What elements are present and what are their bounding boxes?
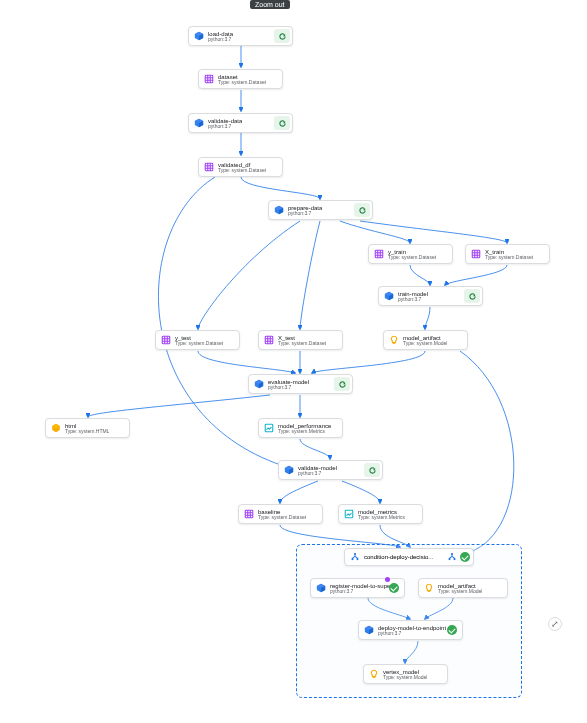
- cube-icon: [194, 118, 204, 128]
- node-subtitle: python:3.7: [208, 37, 233, 42]
- grid-icon: [244, 509, 254, 519]
- node-subtitle: Type: system.Dataset: [218, 168, 266, 173]
- artifact-model-artifact[interactable]: model_artifactType: system.Model: [383, 330, 468, 350]
- cube-icon: [254, 379, 264, 389]
- artifact-dataset[interactable]: datasetType: system.Dataset: [198, 69, 283, 89]
- artifact-y-train[interactable]: y_trainType: system.Dataset: [368, 244, 453, 264]
- artifact-validated-df[interactable]: validated_dfType: system.Dataset: [198, 157, 283, 177]
- node-subtitle: Type: system.Model: [438, 589, 482, 594]
- grid-icon: [471, 249, 481, 259]
- task-deploy-model[interactable]: deploy-model-to-endpointpython:3.7: [358, 620, 463, 640]
- node-subtitle: Type: system.Dataset: [485, 255, 533, 260]
- bulb-icon: [369, 669, 379, 679]
- status-retry: [274, 29, 290, 43]
- node-subtitle: Type: system.Dataset: [258, 515, 306, 520]
- task-load-data[interactable]: load-datapython:3.7: [188, 26, 293, 46]
- grid-icon: [204, 162, 214, 172]
- cube-icon: [364, 625, 374, 635]
- artifact-x-test[interactable]: X_testType: system.Dataset: [258, 330, 343, 350]
- status-retry: [274, 116, 290, 130]
- node-subtitle: Type: system.Model: [383, 675, 427, 680]
- node-subtitle: Type: system.HTML: [65, 429, 109, 434]
- cube-icon: [384, 291, 394, 301]
- pipeline-canvas[interactable]: load-datapython:3.7 datasetType: system.…: [0, 0, 587, 723]
- artifact-model-artifact-2[interactable]: model_artifactType: system.Model: [418, 578, 508, 598]
- status-retry: [334, 377, 350, 391]
- artifact-baseline[interactable]: baselineType: system.Dataset: [238, 504, 323, 524]
- grid-icon: [161, 335, 171, 345]
- check-icon: [447, 625, 457, 635]
- node-subtitle: python:3.7: [378, 631, 446, 636]
- artifact-y-test[interactable]: y_testType: system.Dataset: [155, 330, 240, 350]
- zoom-out-button[interactable]: Zoom out: [250, 0, 290, 9]
- status-success: [386, 581, 402, 595]
- node-subtitle: python:3.7: [398, 297, 428, 302]
- status-success: [444, 623, 460, 637]
- node-subtitle: python:3.7: [268, 385, 309, 390]
- cube-icon: [194, 31, 204, 41]
- node-subtitle: Type: system.Dataset: [388, 255, 436, 260]
- node-subtitle: Type: system.Metrics: [278, 429, 331, 434]
- grid-icon: [204, 74, 214, 84]
- node-subtitle: Type: system.Dataset: [278, 341, 326, 346]
- node-subtitle: python:3.7: [288, 211, 322, 216]
- expand-group-button[interactable]: ⤢: [548, 617, 562, 631]
- node-subtitle: Type: system.Model: [403, 341, 447, 346]
- task-register-model[interactable]: register-model-to-super...python:3.7: [310, 578, 405, 598]
- metrics-icon: [264, 423, 274, 433]
- grid-icon: [264, 335, 274, 345]
- node-subtitle: python:3.7: [208, 124, 242, 129]
- status-retry: [464, 289, 480, 303]
- task-validate-data[interactable]: validate-datapython:3.7: [188, 113, 293, 133]
- artifact-x-train[interactable]: X_trainType: system.Dataset: [465, 244, 550, 264]
- task-evaluate-model[interactable]: evaluate-modelpython:3.7: [248, 374, 353, 394]
- node-subtitle: Type: system.Dataset: [175, 341, 223, 346]
- check-icon: [389, 583, 399, 593]
- branch-icon: [350, 552, 360, 562]
- task-train-model[interactable]: train-modelpython:3.7: [378, 286, 483, 306]
- cube-icon: [274, 205, 284, 215]
- task-validate-model[interactable]: validate-modelpython:3.7: [278, 460, 383, 480]
- task-prepare-data[interactable]: prepare-datapython:3.7: [268, 200, 373, 220]
- cube-icon: [284, 465, 294, 475]
- artifact-model-performance[interactable]: model_performanceType: system.Metrics: [258, 418, 343, 438]
- branch-icon: [447, 552, 457, 562]
- node-subtitle: Type: system.Dataset: [218, 80, 266, 85]
- node-subtitle: python:3.7: [298, 471, 337, 476]
- cube-icon: [316, 583, 326, 593]
- status-retry: [364, 463, 380, 477]
- bulb-icon: [389, 335, 399, 345]
- artifact-html[interactable]: htmlType: system.HTML: [45, 418, 130, 438]
- condition-title: condition-deploy-decisio...: [364, 554, 433, 560]
- metrics-icon: [344, 509, 354, 519]
- html-icon: [51, 423, 61, 433]
- check-icon: [460, 552, 470, 562]
- node-subtitle: Type: system.Metrics: [358, 515, 405, 520]
- grid-icon: [374, 249, 384, 259]
- condition-header[interactable]: condition-deploy-decisio...: [344, 548, 474, 566]
- artifact-model-metrics[interactable]: model_metricsType: system.Metrics: [338, 504, 423, 524]
- status-retry: [354, 203, 370, 217]
- bulb-icon: [424, 583, 434, 593]
- artifact-vertex-model[interactable]: vertex_modelType: system.Model: [363, 664, 448, 684]
